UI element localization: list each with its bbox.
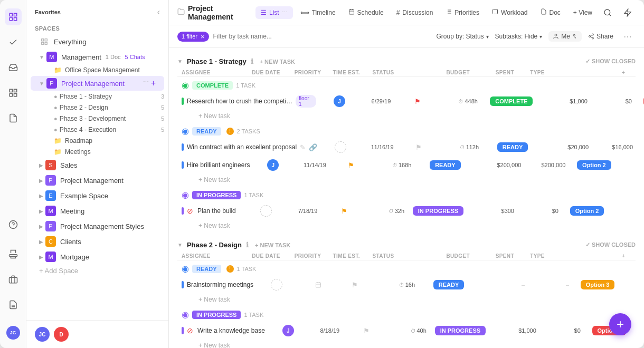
user-avatar-initials: JC xyxy=(6,326,20,340)
toolbar-more-btn[interactable]: ⋯ xyxy=(620,28,636,44)
search-btn[interactable] xyxy=(600,5,615,21)
sidebar-item-meeting[interactable]: ▶ M Meeting xyxy=(31,204,164,218)
tab-workload[interactable]: Workload xyxy=(487,6,533,19)
table-row[interactable]: ⊘ Plan the build 7/18/19 ⚑ ⏱32h IN PROGR… xyxy=(177,202,636,220)
tab-priorities[interactable]: Priorities xyxy=(440,6,485,19)
link-icon[interactable]: 🔗 xyxy=(309,143,317,151)
filter-input[interactable] xyxy=(213,33,319,40)
status-badge: IN PROGRESS xyxy=(435,326,486,335)
task-spent: $0 xyxy=(590,98,632,104)
tab-discussion-label: Discussion xyxy=(402,9,433,16)
status-ready-header-p1[interactable]: ◉ READY ! 2 TASKS xyxy=(177,124,636,138)
sidebar-item-project-management[interactable]: ▼ P Project Management ⋯ + xyxy=(31,76,164,91)
sidebar-sub-phase3[interactable]: ● Phase 3 - Development 5 xyxy=(31,113,164,124)
status-complete-header[interactable]: ◉ COMPLETE 1 TASK xyxy=(177,78,636,92)
phase2-new-task-btn[interactable]: + NEW TASK xyxy=(255,242,290,248)
sidebar-item-pm2[interactable]: ▶ P Project Management xyxy=(31,173,164,188)
phase2-triangle[interactable]: ▼ xyxy=(177,242,183,248)
task-priority: ⚑ xyxy=(402,98,433,105)
phase1-bullet: ● xyxy=(54,93,58,100)
empty-assignee xyxy=(271,279,282,291)
tab-discussion[interactable]: # Discussion xyxy=(391,6,439,19)
share-btn[interactable]: Share xyxy=(588,33,613,40)
table-row[interactable]: Research how to crush the competition fl… xyxy=(177,92,636,110)
phase1-new-task-btn[interactable]: + NEW TASK xyxy=(260,59,295,65)
nav-doc-icon[interactable] xyxy=(5,110,22,127)
table-row[interactable]: ⊘ Write a knowledge base J 8/18/19 ⚑ ⏱40… xyxy=(177,322,636,340)
tab-list-more[interactable]: ⋯ xyxy=(282,9,288,16)
task-color-bar xyxy=(182,98,184,105)
subtasks-btn[interactable]: Subtasks: Hide ▾ xyxy=(495,33,543,40)
sidebar-sub-meetings[interactable]: 📁 Meetings xyxy=(31,147,164,157)
pm-chevron: ▼ xyxy=(39,81,44,86)
nav-grid-icon[interactable] xyxy=(5,84,22,101)
nav-help-icon[interactable] xyxy=(5,216,22,233)
sales-label: Sales xyxy=(60,161,78,169)
nav-trophy-icon[interactable] xyxy=(5,246,22,263)
sidebar-collapse-icon[interactable]: ‹ xyxy=(157,7,160,17)
nav-check-icon[interactable] xyxy=(5,34,22,51)
phase1-triangle[interactable]: ▼ xyxy=(177,59,183,64)
fab-add-btn[interactable]: + xyxy=(609,313,631,335)
pm-more-icon[interactable]: ⋯ xyxy=(143,79,149,88)
table-row[interactable]: Brainstorming meetings ⚑ ⏱16h READY – – … xyxy=(177,276,636,294)
sidebar-item-everything[interactable]: Everything xyxy=(31,34,164,49)
clients-chevron: ▶ xyxy=(39,239,43,245)
sidebar-item-management[interactable]: ▼ M Management 1 Doc 5 Chats xyxy=(31,50,164,64)
nav-notes-icon[interactable] xyxy=(5,296,22,313)
ready2-circle-icon: ◉ xyxy=(182,264,189,274)
tab-list[interactable]: ☰ List ⋯ xyxy=(255,6,293,19)
sidebar-item-pm-styles[interactable]: ▶ P Project Management Styles xyxy=(31,219,164,234)
doc-label: 1 Doc xyxy=(106,54,121,60)
sidebar-sub-phase1[interactable]: ● Phase 1 - Strategy 3 xyxy=(31,91,164,102)
spaces-label: Spaces xyxy=(26,21,168,34)
sidebar-sub-phase2[interactable]: ● Phase 2 - Design 5 xyxy=(31,102,164,113)
sidebar-header: Favorites ‹ xyxy=(26,0,168,21)
filter-close-icon[interactable]: × xyxy=(201,33,205,41)
task-spent: – xyxy=(527,282,569,288)
sidebar-item-sales[interactable]: ▶ S Sales xyxy=(31,158,164,172)
phase1-info-icon[interactable]: ℹ xyxy=(251,57,253,65)
new-task-row-inprogress-p2[interactable]: + New task xyxy=(177,340,636,348)
lightning-btn[interactable] xyxy=(620,5,636,21)
sidebar-sub-roadmap[interactable]: 📁 Roadmap xyxy=(31,136,164,146)
status-inprogress-header-p2[interactable]: ◉ IN PROGRESS 1 TASK xyxy=(177,307,636,322)
nav-home-icon[interactable] xyxy=(5,8,22,25)
group-by-btn[interactable]: Group by: Status ▾ xyxy=(437,33,489,40)
status-inprogress-header-p1[interactable]: ◉ IN PROGRESS 1 TASK xyxy=(177,188,636,202)
task-assignee: J xyxy=(252,159,294,171)
task-name: Research how to crush the competition xyxy=(187,98,292,105)
phase1-show-closed[interactable]: ✓ SHOW CLOSED xyxy=(585,58,636,65)
sidebar-item-example[interactable]: ▶ E Example Space xyxy=(31,188,164,203)
table-row[interactable]: Win contract with an excellent proposal … xyxy=(177,138,636,156)
col-headers-phase1: ASSIGNEE DUE DATE PRIORITY TIME EST. STA… xyxy=(177,69,636,77)
pm-add-icon[interactable]: + xyxy=(151,79,156,88)
sidebar-sub-office-space[interactable]: 📁 Office Space Management xyxy=(31,65,164,75)
new-task-row-inprogress[interactable]: + New task xyxy=(177,220,636,231)
bottom-avatar-jc[interactable]: JC xyxy=(35,327,50,342)
tab-add-view[interactable]: + View xyxy=(568,6,598,19)
user-avatar[interactable]: JC xyxy=(6,326,20,340)
status-ready-header-p2[interactable]: ◉ READY ! 1 TASK xyxy=(177,262,636,276)
nav-inbox-icon[interactable] xyxy=(5,59,22,76)
sidebar-sub-phase4[interactable]: ● Phase 4 - Execution 5 xyxy=(31,124,164,135)
tab-schedule[interactable]: Schedule xyxy=(343,6,389,19)
table-row[interactable]: Hire brilliant engineers J 11/14/19 ⚑ ⏱1… xyxy=(177,156,636,174)
sidebar-item-clients[interactable]: ▶ C Clients xyxy=(31,234,164,249)
tab-doc[interactable]: Doc xyxy=(535,6,566,19)
me-btn[interactable]: Me xyxy=(548,31,582,42)
new-task-row-ready[interactable]: + New task xyxy=(177,174,636,186)
nav-briefcase-icon[interactable] xyxy=(5,271,22,288)
phase2-show-closed[interactable]: ✓ SHOW CLOSED xyxy=(585,241,636,248)
tab-timeline[interactable]: ⟺ Timeline xyxy=(295,6,341,19)
new-task-row-ready-p2[interactable]: + New task xyxy=(177,294,636,305)
pencil-icon[interactable]: ✎ xyxy=(300,143,306,151)
new-task-row-complete[interactable]: + New task xyxy=(177,110,636,122)
filter-tag[interactable]: 1 filter × xyxy=(177,32,209,42)
add-space-btn[interactable]: + Add Space xyxy=(31,265,164,277)
phase2-info-icon[interactable]: ℹ xyxy=(246,241,249,249)
share-label: Share xyxy=(596,33,613,40)
sidebar-item-mortgage[interactable]: ▶ M Mortgage xyxy=(31,249,164,264)
task-due-date: 6/29/19 xyxy=(363,98,400,104)
bottom-avatar-d[interactable]: D xyxy=(54,327,69,342)
